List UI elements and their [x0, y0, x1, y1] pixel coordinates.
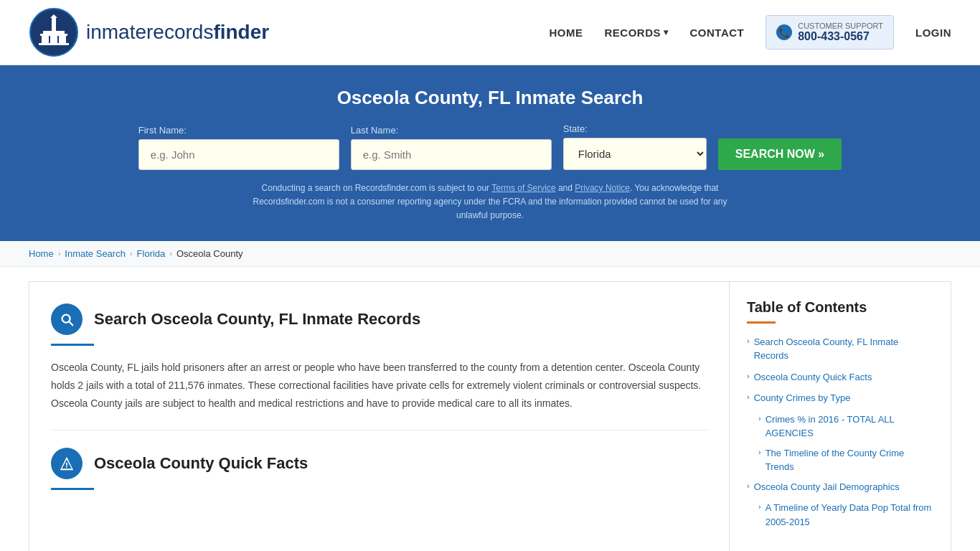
nav: HOME RECORDS ▾ CONTACT 📞 CUSTOMER SUPPOR…	[549, 15, 951, 50]
support-info: CUSTOMER SUPPORT 800-433-0567	[798, 22, 883, 43]
customer-support-button[interactable]: 📞 CUSTOMER SUPPORT 800-433-0567	[765, 15, 894, 50]
nav-home[interactable]: HOME	[549, 27, 583, 39]
search-hero: Osceola County, FL Inmate Search First N…	[0, 65, 980, 241]
section1-title: Search Osceola County, FL Inmate Records	[94, 310, 420, 329]
section2-underline	[51, 488, 94, 490]
section1-body: Osceola County, FL jails hold prisoners …	[51, 359, 707, 413]
chevron-icon: ›	[747, 372, 750, 380]
chevron-icon: ›	[758, 414, 761, 423]
logo-area: inmaterecordsfinder	[29, 7, 269, 57]
terms-link[interactable]: Terms of Service	[491, 183, 555, 193]
last-name-label: Last Name:	[351, 125, 552, 136]
svg-rect-6	[50, 36, 57, 43]
first-name-label: First Name:	[138, 125, 339, 136]
toc-link-3[interactable]: County Crimes by Type	[754, 391, 851, 405]
section-quick-facts: Osceola County Quick Facts	[51, 430, 707, 490]
last-name-group: Last Name:	[351, 125, 552, 170]
section2-title-row: Osceola County Quick Facts	[51, 448, 707, 479]
toc-link-2[interactable]: Osceola County Quick Facts	[754, 370, 872, 385]
nav-login[interactable]: LOGIN	[915, 27, 951, 39]
search-icon-circle	[51, 303, 83, 335]
breadcrumb: Home › Inmate Search › Florida › Osceola…	[0, 241, 980, 267]
breadcrumb-sep-1: ›	[58, 249, 61, 258]
alert-icon-circle	[51, 448, 83, 479]
breadcrumb-sep-3: ›	[169, 249, 172, 258]
toc-title: Table of Contents	[747, 299, 933, 316]
breadcrumb-sep-2: ›	[130, 249, 133, 258]
svg-rect-3	[43, 31, 65, 34]
last-name-input[interactable]	[351, 139, 552, 170]
svg-rect-7	[59, 36, 66, 43]
toc-item-3[interactable]: › County Crimes by Type	[747, 391, 933, 405]
toc-underline	[747, 321, 776, 324]
privacy-link[interactable]: Privacy Notice	[575, 183, 630, 193]
disclaimer-text: Conducting a search on Recordsfinder.com…	[239, 182, 741, 223]
state-select[interactable]: Florida Alabama Alaska California Texas	[563, 138, 707, 170]
breadcrumb-inmate-search[interactable]: Inmate Search	[65, 248, 126, 259]
first-name-input[interactable]	[138, 139, 339, 170]
chevron-icon: ›	[747, 481, 750, 490]
header: inmaterecordsfinder HOME RECORDS ▾ CONTA…	[0, 0, 980, 65]
nav-contact[interactable]: CONTACT	[690, 27, 745, 39]
state-label: State:	[563, 123, 707, 134]
toc-link-7[interactable]: A Timeline of Yearly Data Pop Total from…	[765, 501, 933, 529]
section1-title-row: Search Osceola County, FL Inmate Records	[51, 303, 707, 335]
logo-text: inmaterecordsfinder	[86, 21, 269, 44]
toc-item-5[interactable]: › The Timeline of the County Crime Trend…	[758, 446, 933, 474]
content-right: Table of Contents › Search Osceola Count…	[729, 281, 951, 551]
logo-icon	[29, 7, 79, 57]
toc-item-1[interactable]: › Search Osceola County, FL Inmate Recor…	[747, 335, 933, 363]
toc-item-2[interactable]: › Osceola County Quick Facts	[747, 370, 933, 385]
svg-rect-8	[39, 43, 69, 45]
toc-sub-1: › Crimes % in 2016 - TOTAL ALL AGENCIES …	[758, 413, 933, 474]
content-left: Search Osceola County, FL Inmate Records…	[29, 281, 729, 551]
breadcrumb-florida[interactable]: Florida	[137, 248, 166, 259]
chevron-icon: ›	[747, 336, 750, 345]
toc-list: › Search Osceola County, FL Inmate Recor…	[747, 335, 933, 529]
section2-title: Osceola County Quick Facts	[94, 454, 308, 473]
state-group: State: Florida Alabama Alaska California…	[563, 123, 707, 170]
section1-underline	[51, 344, 94, 346]
hero-title: Osceola County, FL Inmate Search	[29, 87, 951, 109]
main-content: Search Osceola County, FL Inmate Records…	[0, 267, 980, 551]
toc-sub-2: › A Timeline of Yearly Data Pop Total fr…	[758, 501, 933, 529]
search-icon	[59, 311, 75, 327]
toc-link-6[interactable]: Osceola County Jail Demographics	[754, 480, 900, 494]
search-now-button[interactable]: SEARCH NOW »	[718, 138, 842, 170]
section-inmate-records: Search Osceola County, FL Inmate Records…	[51, 303, 707, 413]
toc-item-4[interactable]: › Crimes % in 2016 - TOTAL ALL AGENCIES	[758, 413, 933, 441]
svg-rect-5	[42, 36, 49, 43]
first-name-group: First Name:	[138, 125, 339, 170]
phone-icon: 📞	[776, 24, 792, 40]
chevron-icon: ›	[758, 448, 761, 456]
chevron-icon: ›	[758, 502, 761, 511]
toc-item-6[interactable]: › Osceola County Jail Demographics	[747, 480, 933, 494]
search-form: First Name: Last Name: State: Florida Al…	[29, 123, 951, 170]
toc-item-7[interactable]: › A Timeline of Yearly Data Pop Total fr…	[758, 501, 933, 529]
alert-icon	[59, 456, 75, 471]
breadcrumb-home[interactable]: Home	[29, 248, 54, 259]
breadcrumb-county: Osceola County	[176, 248, 243, 259]
svg-rect-1	[52, 18, 56, 31]
toc-link-1[interactable]: Search Osceola County, FL Inmate Records	[754, 335, 933, 363]
toc-link-4[interactable]: Crimes % in 2016 - TOTAL ALL AGENCIES	[765, 413, 933, 441]
svg-rect-4	[40, 34, 67, 36]
chevron-down-icon: ▾	[664, 27, 669, 37]
chevron-icon: ›	[747, 392, 750, 401]
toc-link-5[interactable]: The Timeline of the County Crime Trends	[765, 446, 933, 474]
nav-records[interactable]: RECORDS ▾	[604, 27, 668, 39]
